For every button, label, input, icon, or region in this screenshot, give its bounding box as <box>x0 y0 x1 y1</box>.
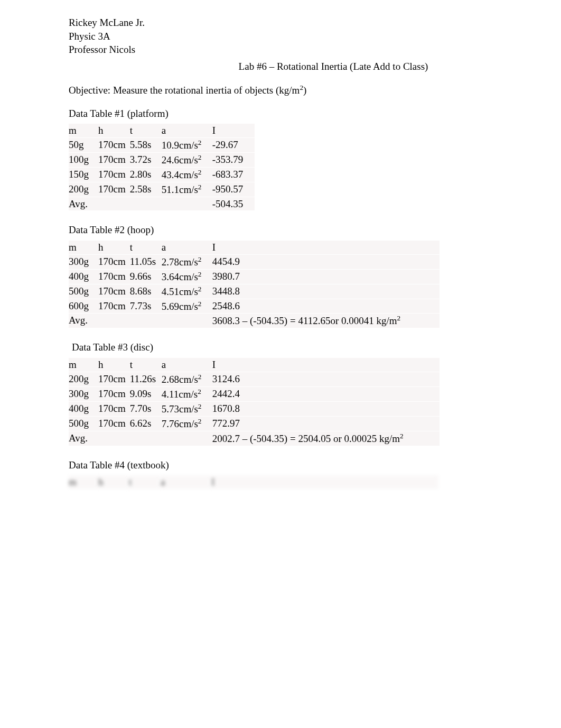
cell-h: 170cm <box>98 137 130 152</box>
objective-suffix: ) <box>303 85 306 96</box>
cell-t: 9.09s <box>130 386 162 401</box>
table-avg-row: Avg. 3608.3 – (-504.35) = 4112.65or 0.00… <box>69 314 440 328</box>
data-table-3: m h t a I 200g 170cm 11.26s 2.68cm/s2 31… <box>69 357 440 445</box>
cell-a: 2.78cm/s2 <box>162 254 212 269</box>
table-header-row: m h t a I <box>69 475 438 489</box>
cell-I: 772.97 <box>212 416 440 431</box>
col-a: a <box>161 475 211 489</box>
cell-I: -950.57 <box>212 182 255 197</box>
cell-t: 5.58s <box>130 137 162 152</box>
col-I: I <box>212 124 255 138</box>
col-I: I <box>212 358 440 372</box>
col-a: a <box>162 358 212 372</box>
avg-label: Avg. <box>69 314 98 328</box>
cell-a: 7.76cm/s2 <box>162 416 212 431</box>
table-row: 300g 170cm 11.05s 2.78cm/s2 4454.9 <box>69 254 440 269</box>
cell-m: 500g <box>69 284 98 299</box>
col-h: h <box>98 358 130 372</box>
cell-m: 500g <box>69 416 98 431</box>
table-header-row: m h t a I <box>69 240 440 254</box>
cell-a: 2.68cm/s2 <box>162 372 212 386</box>
cell-a: 5.73cm/s2 <box>162 401 212 416</box>
objective-prefix: Objective: Measure the rotational inerti… <box>69 85 300 96</box>
cell-h: 170cm <box>98 254 130 269</box>
cell-a: 10.9cm/s2 <box>162 137 212 152</box>
avg-I: 2002.7 – (-504.35) = 2504.05 or 0.00025 … <box>212 431 440 445</box>
col-m: m <box>69 240 98 254</box>
cell-m: 50g <box>69 137 98 152</box>
col-h: h <box>98 124 130 138</box>
table-row: 150g 170cm 2.80s 43.4cm/s2 -683.37 <box>69 167 255 182</box>
table-row: 100g 170cm 3.72s 24.6cm/s2 -353.79 <box>69 152 255 167</box>
cell-I: 2548.6 <box>212 299 440 314</box>
data-table-2: m h t a I 300g 170cm 11.05s 2.78cm/s2 44… <box>69 240 440 328</box>
col-I: I <box>212 240 440 254</box>
cell-h: 170cm <box>98 152 130 167</box>
col-t: t <box>130 358 162 372</box>
table1-label: Data Table #1 (platform) <box>69 107 492 121</box>
cell-m: 300g <box>69 386 98 401</box>
cell-t: 6.62s <box>130 416 162 431</box>
cell-I: 3448.8 <box>212 284 440 299</box>
data-table-1: m h t a I 50g 170cm 5.58s 10.9cm/s2 -29.… <box>69 123 255 210</box>
course-name: Physic 3A <box>69 30 492 43</box>
col-t: t <box>130 124 162 138</box>
cell-m: 200g <box>69 182 98 197</box>
cell-h: 170cm <box>98 372 130 386</box>
cell-t: 8.68s <box>130 284 162 299</box>
cell-t: 3.72s <box>130 152 162 167</box>
cell-I: -353.79 <box>212 152 255 167</box>
table-row: 500g 170cm 6.62s 7.76cm/s2 772.97 <box>69 416 440 431</box>
cell-h: 170cm <box>98 167 130 182</box>
table-avg-row: Avg. -504.35 <box>69 197 255 210</box>
col-m: m <box>69 475 98 489</box>
cell-h: 170cm <box>98 284 130 299</box>
col-h: h <box>98 475 129 489</box>
table3-label: Data Table #3 (disc) <box>69 340 492 354</box>
table-row: 400g 170cm 9.66s 3.64cm/s2 3980.7 <box>69 269 440 284</box>
cell-I: -29.67 <box>212 137 255 152</box>
cell-I: 4454.9 <box>212 254 440 269</box>
cell-I: 1670.8 <box>212 401 440 416</box>
table-row: 300g 170cm 9.09s 4.11cm/s2 2442.4 <box>69 386 440 401</box>
avg-label: Avg. <box>69 197 98 210</box>
cell-t: 11.05s <box>130 254 162 269</box>
objective-text: Objective: Measure the rotational inerti… <box>69 83 492 97</box>
avg-label: Avg. <box>69 431 98 445</box>
table-row: 50g 170cm 5.58s 10.9cm/s2 -29.67 <box>69 137 255 152</box>
col-a: a <box>162 124 212 138</box>
lab-title: Lab #6 – Rotational Inertia (Late Add to… <box>69 60 492 73</box>
cell-m: 150g <box>69 167 98 182</box>
cell-m: 100g <box>69 152 98 167</box>
cell-a: 4.11cm/s2 <box>162 386 212 401</box>
cell-t: 2.58s <box>130 182 162 197</box>
table-header-row: m h t a I <box>69 124 255 138</box>
cell-h: 170cm <box>98 401 130 416</box>
cell-h: 170cm <box>98 269 130 284</box>
avg-I: -504.35 <box>212 197 255 210</box>
col-m: m <box>69 358 98 372</box>
table4-label: Data Table #4 (textbook) <box>69 458 492 472</box>
cell-a: 4.51cm/s2 <box>162 284 212 299</box>
cell-h: 170cm <box>98 182 130 197</box>
table-row: 500g 170cm 8.68s 4.51cm/s2 3448.8 <box>69 284 440 299</box>
table-row: 400g 170cm 7.70s 5.73cm/s2 1670.8 <box>69 401 440 416</box>
cell-h: 170cm <box>98 299 130 314</box>
avg-I: 3608.3 – (-504.35) = 4112.65or 0.00041 k… <box>212 314 440 328</box>
cell-I: 3124.6 <box>212 372 440 386</box>
col-I: I <box>211 475 438 489</box>
col-h: h <box>98 240 130 254</box>
col-t: t <box>129 475 161 489</box>
cell-t: 9.66s <box>130 269 162 284</box>
cell-a: 5.69cm/s2 <box>162 299 212 314</box>
cell-h: 170cm <box>98 386 130 401</box>
cell-t: 7.73s <box>130 299 162 314</box>
col-m: m <box>69 124 98 138</box>
table-row: 600g 170cm 7.73s 5.69cm/s2 2548.6 <box>69 299 440 314</box>
cell-m: 400g <box>69 401 98 416</box>
cell-t: 11.26s <box>130 372 162 386</box>
cell-t: 2.80s <box>130 167 162 182</box>
cell-a: 43.4cm/s2 <box>162 167 212 182</box>
table2-label: Data Table #2 (hoop) <box>69 223 492 237</box>
author-name: Rickey McLane Jr. <box>69 16 492 30</box>
